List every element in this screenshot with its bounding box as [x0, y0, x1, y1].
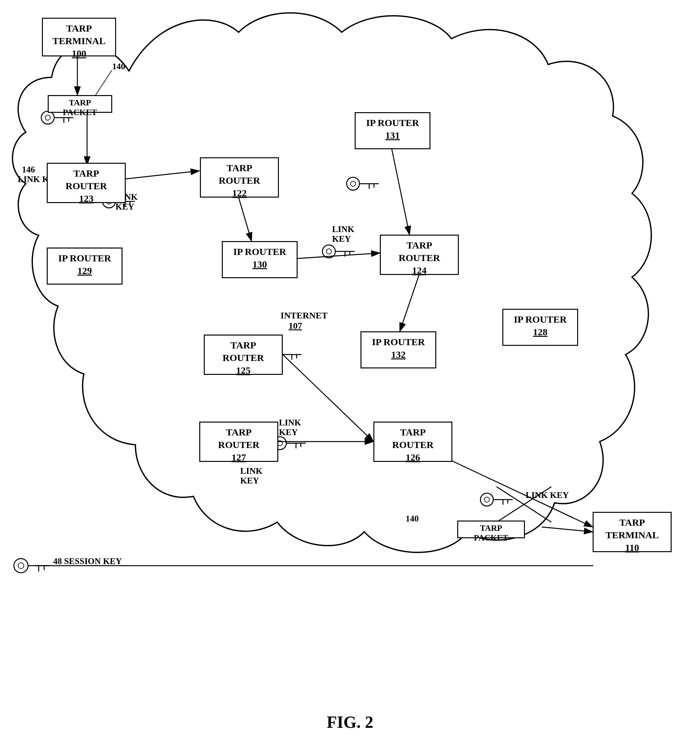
svg-point-27 — [326, 249, 331, 254]
tarp-terminal-100: TARP TERMINAL 100 — [42, 18, 116, 56]
diagram-container: INTERNET 107 146 LINK KEY LINK KEY LINK … — [0, 0, 700, 751]
svg-text:107: 107 — [288, 321, 302, 331]
svg-line-3 — [238, 197, 251, 241]
svg-line-5 — [392, 149, 409, 235]
tarp-terminal-110: TARPTERMINAL 110 — [593, 512, 672, 552]
tarp-router-126: TARPROUTER 126 — [373, 422, 452, 462]
svg-line-6 — [400, 275, 419, 331]
svg-line-7 — [283, 355, 373, 442]
svg-text:140: 140 — [406, 514, 419, 524]
svg-text:140: 140 — [112, 62, 125, 71]
svg-text:48 SESSION KEY: 48 SESSION KEY — [53, 556, 122, 566]
ip-router-129: IP ROUTER 129 — [47, 247, 122, 284]
svg-line-4 — [297, 253, 380, 258]
svg-text:INTERNET: INTERNET — [280, 311, 328, 320]
svg-text:LINK: LINK — [240, 466, 262, 476]
svg-line-12 — [497, 487, 551, 522]
svg-text:146: 146 — [22, 165, 35, 175]
tarp-packet-bottom: TARP PACKET — [457, 521, 525, 538]
tarp-router-125: TARPROUTER 125 — [204, 335, 283, 375]
svg-text:LINK: LINK — [332, 224, 355, 234]
svg-point-47 — [18, 563, 24, 569]
ip-router-131: IP ROUTER 131 — [355, 112, 431, 149]
svg-line-2 — [126, 171, 199, 179]
svg-text:LINK: LINK — [279, 418, 301, 427]
svg-line-9 — [452, 461, 593, 527]
svg-line-14 — [542, 527, 593, 532]
ip-router-132: IP ROUTER 132 — [361, 331, 436, 368]
svg-point-42 — [484, 497, 489, 502]
tarp-router-122: TARPROUTER 122 — [200, 157, 279, 198]
svg-point-26 — [322, 245, 335, 258]
svg-point-51 — [347, 177, 359, 190]
svg-point-17 — [45, 115, 50, 120]
svg-point-16 — [41, 111, 54, 124]
tarp-router-123: TARPROUTER 123 — [47, 163, 126, 203]
tarp-packet-top: TARP PACKET — [48, 95, 112, 113]
svg-point-46 — [14, 559, 28, 573]
svg-text:KEY: KEY — [332, 234, 351, 244]
svg-text:KEY: KEY — [240, 476, 259, 485]
svg-text:KEY: KEY — [279, 427, 298, 437]
svg-point-52 — [350, 181, 356, 186]
figure-caption: FIG. 2 — [327, 712, 373, 732]
ip-router-130: IP ROUTER 130 — [222, 241, 297, 278]
tarp-router-127: TARPROUTER 127 — [199, 422, 278, 462]
svg-text:LINK KEY: LINK KEY — [525, 490, 569, 500]
svg-point-41 — [480, 493, 493, 506]
svg-line-13 — [497, 487, 551, 522]
ip-router-128: IP ROUTER 128 — [502, 309, 578, 346]
tarp-router-124: TARPROUTER 124 — [380, 235, 459, 275]
